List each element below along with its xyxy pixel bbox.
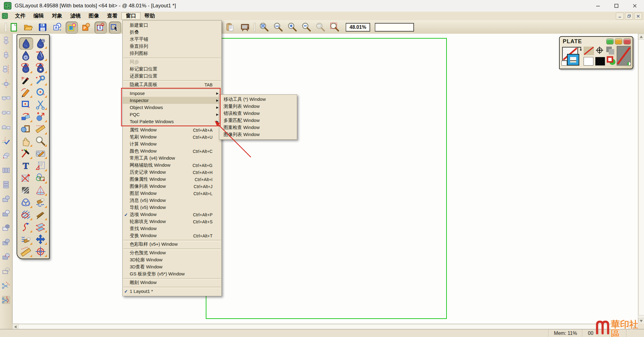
menu-item[interactable]: 分色预览 Window: [123, 249, 221, 256]
menu-item[interactable]: 色彩取样 (v5+) Window: [123, 241, 221, 248]
design-tool-button[interactable]: D: [66, 21, 78, 34]
trap-state-icon[interactable]: [606, 56, 616, 67]
zoom-previous-button[interactable]: [315, 21, 326, 33]
cut-path[interactable]: [2, 281, 11, 290]
menu-item[interactable]: 计算 Window: [123, 141, 221, 148]
select-arrow-tool-button[interactable]: [109, 21, 121, 34]
mdi-close-icon[interactable]: [634, 13, 642, 20]
maximize-icon[interactable]: [607, 0, 626, 12]
rotate-tool[interactable]: [19, 111, 33, 123]
menubar-item-编辑[interactable]: 编辑: [29, 12, 48, 20]
registration-icon[interactable]: [596, 47, 603, 55]
knife-none-swatch[interactable]: [584, 47, 594, 55]
zoom-marquee-button[interactable]: [329, 21, 340, 33]
lasso-droplet[interactable]: [19, 62, 33, 74]
menu-item[interactable]: PQC▶: [123, 111, 221, 118]
knife-droplet[interactable]: [34, 50, 47, 61]
cone-3d-tool[interactable]: [34, 184, 47, 196]
menu-item[interactable]: 消息 (v5) Window: [123, 197, 221, 204]
stack-shapes-tool[interactable]: [34, 221, 47, 233]
amber-state-button[interactable]: [615, 39, 622, 44]
menu-item[interactable]: 变换 WindowCtrl+Alt+T: [123, 232, 221, 239]
ruler-tool[interactable]: [19, 246, 33, 257]
menu-item[interactable]: ✓1 Layout1 *: [123, 288, 221, 295]
menu-item[interactable]: 3D查看 Window: [123, 263, 221, 271]
menu-item[interactable]: 图像列表 WindowCtrl+Alt+J: [123, 183, 221, 190]
menu-item[interactable]: Impose▶: [123, 90, 221, 97]
menubar-item-窗口[interactable]: 窗口: [121, 12, 140, 20]
align-right-edge[interactable]: [2, 65, 11, 74]
mdi-restore-icon[interactable]: [625, 13, 633, 20]
move-tool[interactable]: [34, 233, 47, 245]
menu-item[interactable]: 图层 WindowCtrl+Alt+L: [123, 190, 221, 197]
align-top-to-line[interactable]: [2, 36, 11, 45]
menu-item[interactable]: 属性 WindowCtrl+Alt+A: [123, 127, 221, 134]
menu-item[interactable]: 查找 Window: [123, 225, 221, 232]
menu-item[interactable]: 3D轮廓 Window: [123, 256, 221, 263]
plate-preview-swatch[interactable]: [617, 46, 631, 66]
menu-item[interactable]: 水平平铺: [123, 36, 221, 43]
zoom-in-button[interactable]: [286, 21, 298, 33]
merge-union[interactable]: [2, 195, 11, 204]
merge-trim[interactable]: [2, 252, 11, 261]
save-button[interactable]: [37, 21, 48, 33]
merge-intersect[interactable]: [2, 223, 11, 233]
vertical-scrollbar[interactable]: [638, 34, 644, 324]
menu-item[interactable]: 雕刻 Window: [123, 279, 221, 286]
add-anchor-droplet[interactable]: [34, 37, 47, 49]
menu-item[interactable]: Tool Palette Windows▶: [123, 118, 221, 125]
menu-item[interactable]: 颜色 WindowCtrl+Alt+C: [123, 148, 221, 155]
menu-item[interactable]: 图像属性 WindowCtrl+Alt+I: [123, 176, 221, 183]
red-state-button[interactable]: [623, 39, 631, 44]
menubar-item-滤镜[interactable]: 滤镜: [66, 12, 85, 20]
zoom-100-button[interactable]: 100: [272, 21, 284, 33]
text-tool[interactable]: T: [19, 160, 33, 172]
ring-droplet[interactable]: [19, 50, 33, 61]
distribute-rows[interactable]: [2, 180, 11, 189]
stroke-swatch[interactable]: [568, 55, 579, 65]
submenu-item[interactable]: 错误检查 Window: [219, 110, 297, 117]
hatch-fill-tool[interactable]: [19, 184, 33, 196]
menu-item[interactable]: 历史记录 WindowCtrl+Alt+H: [123, 169, 221, 176]
rectangle-tool[interactable]: [19, 99, 33, 110]
align-center-vertical[interactable]: [2, 51, 11, 60]
stamp-align[interactable]: [2, 151, 11, 161]
edit-surface-tool[interactable]: [34, 148, 47, 159]
selection-set-tool-button[interactable]: S: [94, 21, 107, 34]
small-fill-swatch[interactable]: [562, 61, 567, 66]
merge-subtract[interactable]: [2, 209, 11, 218]
plate-tool-button[interactable]: P: [80, 21, 92, 33]
align-left-h[interactable]: [2, 94, 11, 103]
menu-item[interactable]: 还原窗口位置: [123, 73, 221, 80]
menu-item[interactable]: 垂直排列: [123, 43, 221, 50]
sweep-fill-tool[interactable]: [19, 233, 33, 245]
vertical-scroll-thumb[interactable]: [638, 39, 644, 316]
menu-item[interactable]: ✓选项 WindowCtrl+Alt+P: [123, 211, 221, 218]
pen-tool[interactable]: [19, 74, 33, 86]
target-align-tool[interactable]: [34, 246, 47, 257]
rosette-tool[interactable]: [19, 197, 33, 208]
horizontal-scroll-thumb[interactable]: [18, 324, 629, 329]
align-baseline-h[interactable]: [2, 123, 11, 132]
minimize-icon[interactable]: [589, 0, 607, 12]
submenu-item[interactable]: 图案检查 Window: [219, 124, 297, 131]
distribute-columns[interactable]: [2, 166, 11, 175]
menu-item[interactable]: 网格辅助线 WindowCtrl+Alt+G: [123, 162, 221, 169]
submenu-item[interactable]: 多重匹配 Window: [219, 117, 297, 124]
submenu-item[interactable]: 图像列表 Window: [219, 131, 297, 138]
scissors-tool[interactable]: [34, 99, 47, 110]
eyedropper-tool[interactable]: [19, 148, 33, 159]
horizontal-scrollbar[interactable]: [12, 324, 638, 329]
preview-monitor-button[interactable]: [239, 21, 251, 33]
new-document-button[interactable]: [8, 21, 20, 33]
menu-item[interactable]: 常用工具 (v4) Window: [123, 155, 221, 162]
verify-check[interactable]: [2, 137, 11, 146]
cut-region[interactable]: [2, 295, 11, 305]
swap-fill-stroke-icon[interactable]: [577, 45, 582, 52]
lens-tool[interactable]: [19, 123, 33, 135]
open-folder-button[interactable]: [22, 21, 34, 33]
submenu-item[interactable]: 移动工具 (*) Window: [219, 96, 297, 103]
menu-item[interactable]: 笔刷 WindowCtrl+Alt+U: [123, 134, 221, 141]
ellipse-tool[interactable]: [34, 86, 47, 98]
menubar-item-查看[interactable]: 查看: [103, 12, 121, 20]
